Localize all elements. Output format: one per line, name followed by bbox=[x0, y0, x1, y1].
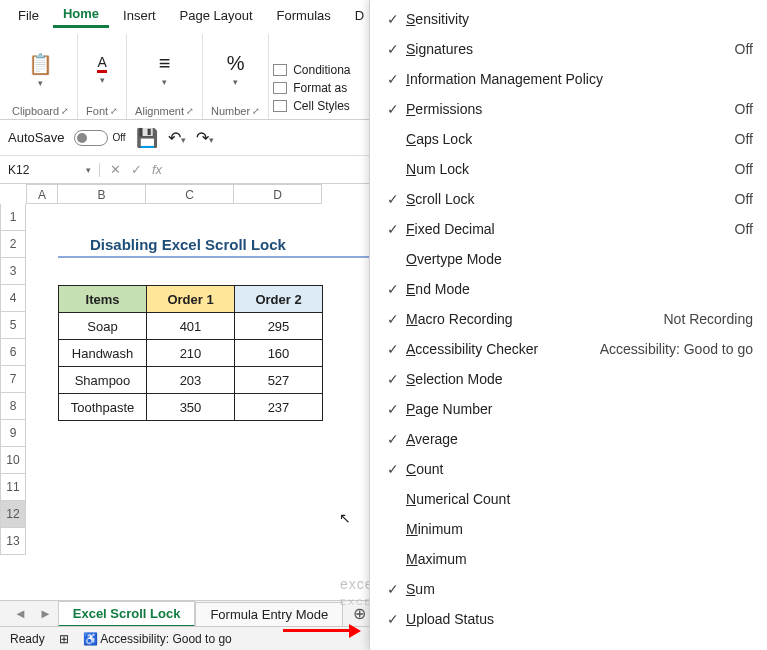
chevron-down-icon[interactable]: ▾ bbox=[233, 77, 238, 87]
ctx-label: Sum bbox=[406, 581, 753, 597]
ctx-label: Macro Recording bbox=[406, 311, 664, 327]
row-header[interactable]: 3 bbox=[0, 258, 26, 285]
ctx-item-information-management-policy[interactable]: ✓Information Management Policy bbox=[380, 64, 757, 94]
ctx-item-maximum[interactable]: Maximum bbox=[380, 544, 757, 574]
undo-icon[interactable]: ↶▾ bbox=[168, 128, 186, 147]
ctx-item-accessibility-checker[interactable]: ✓Accessibility CheckerAccessibility: Goo… bbox=[380, 334, 757, 364]
col-header-b[interactable]: B bbox=[58, 184, 146, 204]
ctx-value: Off bbox=[735, 131, 757, 147]
ctx-item-macro-recording[interactable]: ✓Macro RecordingNot Recording bbox=[380, 304, 757, 334]
ctx-label: Average bbox=[406, 431, 753, 447]
alignment-label: Alignment bbox=[135, 105, 184, 117]
row-header[interactable]: 6 bbox=[0, 339, 26, 366]
check-icon: ✓ bbox=[380, 41, 406, 57]
ctx-item-sum[interactable]: ✓Sum bbox=[380, 574, 757, 604]
ctx-label: Count bbox=[406, 461, 753, 477]
ctx-value: Off bbox=[735, 161, 757, 177]
row-header[interactable]: 1 bbox=[0, 204, 26, 231]
font-color-icon[interactable]: A bbox=[97, 54, 106, 73]
tab-prev-icon[interactable]: ◄ bbox=[8, 606, 33, 621]
ctx-value: Not Recording bbox=[664, 311, 758, 327]
chevron-down-icon[interactable]: ▾ bbox=[100, 75, 105, 85]
menu-file[interactable]: File bbox=[8, 4, 49, 27]
ctx-item-fixed-decimal[interactable]: ✓Fixed DecimalOff bbox=[380, 214, 757, 244]
ctx-item-caps-lock[interactable]: Caps LockOff bbox=[380, 124, 757, 154]
sheet-title: Disabling Excel Scroll Lock bbox=[58, 231, 378, 258]
ctx-label: Accessibility Checker bbox=[406, 341, 600, 357]
percent-icon[interactable]: % bbox=[227, 52, 245, 75]
chevron-down-icon[interactable]: ▾ bbox=[38, 78, 43, 88]
table-row: Shampoo203527 bbox=[59, 367, 323, 394]
format-as-table-button[interactable]: Format as bbox=[273, 81, 350, 95]
row-header[interactable]: 13 bbox=[0, 528, 26, 555]
ribbon-clipboard-group: 📋 ▾ Clipboard⤢ bbox=[4, 34, 78, 119]
menu-formulas[interactable]: Formulas bbox=[267, 4, 341, 27]
sheet-tab-active[interactable]: Excel Scroll Lock bbox=[58, 601, 196, 627]
ctx-item-num-lock[interactable]: Num LockOff bbox=[380, 154, 757, 184]
row-header[interactable]: 8 bbox=[0, 393, 26, 420]
ctx-item-permissions[interactable]: ✓PermissionsOff bbox=[380, 94, 757, 124]
save-icon[interactable]: 💾 bbox=[136, 127, 158, 149]
font-label: Font bbox=[86, 105, 108, 117]
row-header[interactable]: 4 bbox=[0, 285, 26, 312]
autosave-toggle[interactable] bbox=[74, 130, 108, 146]
sheet-tab[interactable]: Formula Entry Mode bbox=[195, 602, 343, 626]
row-header[interactable]: 7 bbox=[0, 366, 26, 393]
menu-page-layout[interactable]: Page Layout bbox=[170, 4, 263, 27]
row-header[interactable]: 12 bbox=[0, 501, 26, 528]
cancel-icon[interactable]: ✕ bbox=[110, 162, 121, 177]
chevron-down-icon[interactable]: ▾ bbox=[162, 77, 167, 87]
ctx-item-upload-status[interactable]: ✓Upload Status bbox=[380, 604, 757, 634]
col-header-d[interactable]: D bbox=[234, 184, 322, 204]
ctx-item-end-mode[interactable]: ✓End Mode bbox=[380, 274, 757, 304]
enter-icon[interactable]: ✓ bbox=[131, 162, 142, 177]
number-label: Number bbox=[211, 105, 250, 117]
ctx-label: Numerical Count bbox=[406, 491, 753, 507]
col-header-c[interactable]: C bbox=[146, 184, 234, 204]
ctx-item-sensitivity[interactable]: ✓Sensitivity bbox=[380, 4, 757, 34]
paste-icon[interactable]: 📋 bbox=[28, 52, 53, 76]
row-header[interactable]: 5 bbox=[0, 312, 26, 339]
ctx-value: Off bbox=[735, 191, 757, 207]
ribbon-alignment-group: ≡ ▾ Alignment⤢ bbox=[127, 34, 203, 119]
ctx-item-signatures[interactable]: ✓SignaturesOff bbox=[380, 34, 757, 64]
table-row: Handwash210160 bbox=[59, 340, 323, 367]
redo-icon[interactable]: ↷▾ bbox=[196, 128, 214, 147]
check-icon: ✓ bbox=[380, 461, 406, 477]
fx-icon[interactable]: fx bbox=[152, 162, 162, 177]
cell-styles-button[interactable]: Cell Styles bbox=[273, 99, 350, 113]
display-settings-icon[interactable]: ⊞ bbox=[59, 632, 69, 646]
chevron-down-icon[interactable]: ▾ bbox=[86, 165, 91, 175]
name-box[interactable]: K12 ▾ bbox=[0, 163, 100, 177]
ctx-label: Caps Lock bbox=[406, 131, 735, 147]
accessibility-status[interactable]: ♿ Accessibility: Good to go bbox=[83, 632, 232, 646]
menu-home[interactable]: Home bbox=[53, 2, 109, 28]
row-header[interactable]: 11 bbox=[0, 474, 26, 501]
ctx-item-page-number[interactable]: ✓Page Number bbox=[380, 394, 757, 424]
ctx-label: Information Management Policy bbox=[406, 71, 753, 87]
row-header[interactable]: 2 bbox=[0, 231, 26, 258]
table-row: Toothpaste350237 bbox=[59, 394, 323, 421]
th-order1[interactable]: Order 1 bbox=[147, 286, 235, 313]
th-items[interactable]: Items bbox=[59, 286, 147, 313]
ctx-item-numerical-count[interactable]: Numerical Count bbox=[380, 484, 757, 514]
menu-insert[interactable]: Insert bbox=[113, 4, 166, 27]
ctx-item-scroll-lock[interactable]: ✓Scroll LockOff bbox=[380, 184, 757, 214]
conditional-formatting-button[interactable]: Conditiona bbox=[273, 63, 350, 77]
ctx-value: Accessibility: Good to go bbox=[600, 341, 757, 357]
col-header-a[interactable]: A bbox=[26, 184, 58, 204]
tab-next-icon[interactable]: ► bbox=[33, 606, 58, 621]
ctx-label: End Mode bbox=[406, 281, 753, 297]
th-order2[interactable]: Order 2 bbox=[235, 286, 323, 313]
row-header[interactable]: 10 bbox=[0, 447, 26, 474]
ctx-item-count[interactable]: ✓Count bbox=[380, 454, 757, 484]
ctx-label: Overtype Mode bbox=[406, 251, 753, 267]
align-icon[interactable]: ≡ bbox=[159, 52, 171, 75]
check-icon: ✓ bbox=[380, 101, 406, 117]
ctx-item-overtype-mode[interactable]: Overtype Mode bbox=[380, 244, 757, 274]
ctx-item-selection-mode[interactable]: ✓Selection Mode bbox=[380, 364, 757, 394]
ctx-item-minimum[interactable]: Minimum bbox=[380, 514, 757, 544]
ctx-item-average[interactable]: ✓Average bbox=[380, 424, 757, 454]
check-icon: ✓ bbox=[380, 431, 406, 447]
row-header[interactable]: 9 bbox=[0, 420, 26, 447]
